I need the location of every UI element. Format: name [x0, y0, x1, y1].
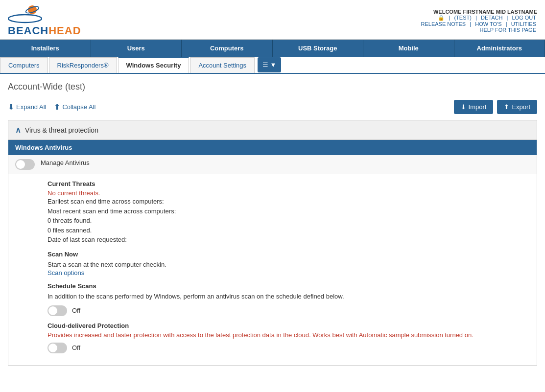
- menu-icon: ☰: [262, 61, 268, 69]
- schedule-toggle-knob: [48, 306, 57, 315]
- svg-point-0: [8, 15, 42, 23]
- collapse-all-label: Collapse All: [62, 103, 95, 111]
- current-threats-block: Current Threats No current threats. Earl…: [47, 180, 530, 245]
- cloud-protection-block: Cloud-delivered Protection Provides incr…: [47, 322, 530, 353]
- cloud-protection-toggle[interactable]: [47, 343, 67, 353]
- no-current-threats: No current threats.: [47, 189, 530, 197]
- cloud-protection-title: Cloud-delivered Protection: [47, 322, 530, 329]
- schedule-scans-title: Schedule Scans: [47, 282, 530, 290]
- nav-usb-storage[interactable]: USB Storage: [273, 40, 364, 57]
- nav-bar: Installers Users Computers USB Storage M…: [0, 40, 545, 57]
- utilities-link[interactable]: UTILITIES: [511, 21, 536, 27]
- manage-antivirus-label: Manage Antivirus: [41, 159, 90, 166]
- nav-installers[interactable]: Installers: [0, 40, 91, 57]
- logo-text: BEACHHEAD: [8, 24, 81, 37]
- tab-windows-security[interactable]: Windows Security: [118, 57, 190, 73]
- threats-found: 0 threats found.: [47, 216, 530, 226]
- tab-account-settings[interactable]: Account Settings: [190, 57, 255, 73]
- windows-antivirus-header: Windows Antivirus: [8, 140, 537, 155]
- top-links: 🔒 | (TEST) | DETACH | LOG OUT: [420, 15, 538, 21]
- nav-computers[interactable]: Computers: [182, 40, 273, 57]
- section-collapse-icon: ∧: [15, 125, 21, 135]
- scan-options-link[interactable]: Scan options: [47, 269, 84, 277]
- import-export-controls: ⬇ Import ⬆ Export: [454, 100, 537, 114]
- howtos-link[interactable]: HOW TO'S: [475, 21, 501, 27]
- virus-threat-section: ∧ Virus & threat protection Windows Anti…: [8, 120, 537, 366]
- manage-antivirus-row: Manage Antivirus: [8, 155, 537, 174]
- section-header-virus[interactable]: ∧ Virus & threat protection: [8, 120, 537, 140]
- cloud-toggle-row: Off: [47, 343, 530, 353]
- expand-collapse-controls: ⬇ Expand All ⬆ Collapse All: [8, 102, 95, 112]
- antivirus-body: Current Threats No current threats. Earl…: [8, 174, 537, 365]
- bottom-links: RELEASE NOTES | HOW TO'S | UTILITIES: [420, 21, 538, 27]
- actions-row: ⬇ Expand All ⬆ Collapse All ⬇ Import ⬆ E…: [8, 100, 537, 114]
- export-label: Export: [512, 103, 530, 111]
- files-scanned: 0 files scanned.: [47, 226, 530, 235]
- schedule-toggle-label: Off: [72, 307, 80, 314]
- collapse-icon: ⬆: [54, 102, 60, 112]
- antivirus-content-area: Windows Antivirus Manage Antivirus Curre…: [8, 140, 537, 365]
- scan-now-block: Scan Now Start a scan at the next comput…: [47, 251, 530, 277]
- collapse-all-button[interactable]: ⬆ Collapse All: [54, 102, 95, 112]
- logout-link[interactable]: LOG OUT: [512, 15, 536, 21]
- release-notes-link[interactable]: RELEASE NOTES: [421, 21, 466, 27]
- import-icon: ⬇: [461, 103, 466, 111]
- page-title: Account-Wide (test): [8, 82, 537, 92]
- export-icon: ⬆: [504, 103, 509, 111]
- section-title-virus: Virus & threat protection: [25, 126, 98, 134]
- logo-icon: [8, 4, 42, 24]
- export-button[interactable]: ⬆ Export: [497, 100, 537, 114]
- nav-administrators[interactable]: Administrators: [454, 40, 545, 57]
- scan-now-title: Scan Now: [47, 251, 530, 258]
- top-right-info: WELCOME FIRSTNAME MID LASTNAME 🔒 | (TEST…: [420, 9, 538, 33]
- cloud-protection-desc: Provides increased and faster protection…: [47, 331, 530, 339]
- main-content: Account-Wide (test) ⬇ Expand All ⬆ Colla…: [0, 74, 545, 379]
- test-link[interactable]: (TEST): [454, 15, 471, 21]
- schedule-scans-desc: In addition to the scans performed by Wi…: [47, 292, 530, 301]
- welcome-text: WELCOME FIRSTNAME MID LASTNAME: [420, 9, 538, 15]
- last-scan-date: Date of last scan requested:: [47, 235, 530, 245]
- most-recent-scan: Most recent scan end time across compute…: [47, 207, 530, 216]
- manage-antivirus-toggle[interactable]: [15, 159, 35, 170]
- schedule-scans-toggle[interactable]: [47, 305, 67, 316]
- detach-link[interactable]: DETACH: [481, 15, 502, 21]
- app-header: BEACHHEAD WELCOME FIRSTNAME MID LASTNAME…: [0, 0, 545, 40]
- import-label: Import: [469, 103, 487, 111]
- help-link[interactable]: HELP FOR THIS PAGE: [479, 27, 536, 33]
- cloud-toggle-label: Off: [72, 344, 80, 351]
- tab-computers[interactable]: Computers: [0, 57, 48, 73]
- expand-all-button[interactable]: ⬇ Expand All: [8, 102, 46, 112]
- nav-users[interactable]: Users: [91, 40, 182, 57]
- help-link-row: HELP FOR THIS PAGE: [420, 27, 538, 33]
- cloud-toggle-knob: [48, 344, 57, 352]
- tabs-bar: Computers RiskResponders® Windows Securi…: [0, 57, 545, 74]
- import-button[interactable]: ⬇ Import: [454, 100, 494, 114]
- current-threats-title: Current Threats: [47, 180, 530, 187]
- tab-menu-button[interactable]: ☰ ▼: [258, 57, 282, 72]
- schedule-toggle-row: Off: [47, 305, 530, 316]
- user-icon: 🔒: [438, 15, 445, 21]
- scan-now-desc: Start a scan at the next computer checki…: [47, 260, 530, 270]
- logo-area: BEACHHEAD: [8, 4, 81, 37]
- nav-mobile[interactable]: Mobile: [363, 40, 454, 57]
- expand-icon: ⬇: [8, 102, 14, 112]
- schedule-scans-block: Schedule Scans In addition to the scans …: [47, 282, 530, 316]
- toggle-knob: [16, 160, 25, 169]
- chevron-down-icon: ▼: [270, 61, 277, 69]
- earliest-scan: Earliest scan end time across computers:: [47, 197, 530, 207]
- expand-all-label: Expand All: [16, 103, 46, 111]
- tab-riskresponders[interactable]: RiskResponders®: [49, 57, 117, 73]
